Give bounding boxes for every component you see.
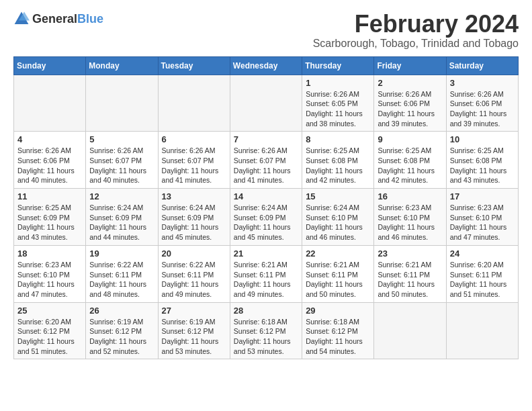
calendar-cell: 18Sunrise: 6:23 AM Sunset: 6:10 PM Dayli… xyxy=(14,245,86,302)
calendar-cell: 10Sunrise: 6:25 AM Sunset: 6:08 PM Dayli… xyxy=(446,132,518,189)
calendar-cell xyxy=(230,75,302,132)
header-sunday: Sunday xyxy=(14,56,86,75)
calendar-cell xyxy=(14,75,86,132)
header-saturday: Saturday xyxy=(446,56,518,75)
calendar-cell: 1Sunrise: 6:26 AM Sunset: 6:05 PM Daylig… xyxy=(302,75,374,132)
calendar-body: 1Sunrise: 6:26 AM Sunset: 6:05 PM Daylig… xyxy=(14,75,519,359)
calendar-cell: 11Sunrise: 6:25 AM Sunset: 6:09 PM Dayli… xyxy=(14,189,86,246)
day-info: Sunrise: 6:26 AM Sunset: 6:07 PM Dayligh… xyxy=(234,146,298,185)
day-info: Sunrise: 6:18 AM Sunset: 6:12 PM Dayligh… xyxy=(234,317,298,357)
day-number: 1 xyxy=(306,78,370,88)
logo-text-general: General xyxy=(32,12,77,26)
calendar-cell: 23Sunrise: 6:21 AM Sunset: 6:11 PM Dayli… xyxy=(374,245,446,302)
day-number: 28 xyxy=(234,306,298,316)
calendar-cell: 14Sunrise: 6:24 AM Sunset: 6:09 PM Dayli… xyxy=(230,189,302,246)
logo-icon xyxy=(13,11,30,27)
day-number: 12 xyxy=(89,191,154,201)
day-number: 7 xyxy=(234,134,298,144)
day-info: Sunrise: 6:21 AM Sunset: 6:11 PM Dayligh… xyxy=(378,260,442,300)
day-number: 26 xyxy=(89,306,154,316)
day-number: 2 xyxy=(378,78,442,88)
calendar-cell: 15Sunrise: 6:24 AM Sunset: 6:10 PM Dayli… xyxy=(302,189,374,246)
calendar-cell: 7Sunrise: 6:26 AM Sunset: 6:07 PM Daylig… xyxy=(230,132,302,189)
day-info: Sunrise: 6:25 AM Sunset: 6:08 PM Dayligh… xyxy=(378,146,442,185)
main-title: February 2024 xyxy=(313,11,519,38)
day-info: Sunrise: 6:26 AM Sunset: 6:07 PM Dayligh… xyxy=(162,146,226,185)
day-number: 6 xyxy=(162,134,226,144)
day-number: 14 xyxy=(234,191,298,201)
day-number: 11 xyxy=(17,191,82,201)
calendar-cell: 2Sunrise: 6:26 AM Sunset: 6:06 PM Daylig… xyxy=(374,75,446,132)
day-info: Sunrise: 6:24 AM Sunset: 6:09 PM Dayligh… xyxy=(162,203,226,242)
calendar-cell: 24Sunrise: 6:20 AM Sunset: 6:11 PM Dayli… xyxy=(446,245,518,302)
calendar-cell: 16Sunrise: 6:23 AM Sunset: 6:10 PM Dayli… xyxy=(374,189,446,246)
header-friday: Friday xyxy=(374,56,446,75)
logo: GeneralBlue xyxy=(13,11,103,27)
header-monday: Monday xyxy=(86,56,158,75)
day-info: Sunrise: 6:22 AM Sunset: 6:11 PM Dayligh… xyxy=(89,260,154,300)
calendar-cell: 4Sunrise: 6:26 AM Sunset: 6:06 PM Daylig… xyxy=(14,132,86,189)
day-number: 4 xyxy=(17,134,82,144)
day-number: 13 xyxy=(162,191,226,201)
day-info: Sunrise: 6:19 AM Sunset: 6:12 PM Dayligh… xyxy=(89,317,154,357)
day-number: 24 xyxy=(450,248,515,259)
calendar-cell: 19Sunrise: 6:22 AM Sunset: 6:11 PM Dayli… xyxy=(86,245,158,302)
calendar-cell xyxy=(86,75,158,132)
day-number: 25 xyxy=(17,306,82,316)
day-number: 17 xyxy=(450,191,515,201)
calendar-cell: 22Sunrise: 6:21 AM Sunset: 6:11 PM Dayli… xyxy=(302,245,374,302)
day-info: Sunrise: 6:26 AM Sunset: 6:06 PM Dayligh… xyxy=(378,89,442,129)
calendar-table: Sunday Monday Tuesday Wednesday Thursday… xyxy=(13,56,519,360)
day-number: 10 xyxy=(450,134,515,144)
day-info: Sunrise: 6:23 AM Sunset: 6:10 PM Dayligh… xyxy=(378,203,442,242)
calendar-cell xyxy=(158,75,230,132)
day-info: Sunrise: 6:22 AM Sunset: 6:11 PM Dayligh… xyxy=(162,260,226,300)
day-info: Sunrise: 6:24 AM Sunset: 6:09 PM Dayligh… xyxy=(89,203,154,242)
calendar-cell: 25Sunrise: 6:20 AM Sunset: 6:12 PM Dayli… xyxy=(14,302,86,359)
day-number: 22 xyxy=(306,248,370,259)
calendar-cell xyxy=(446,302,518,359)
calendar-cell: 12Sunrise: 6:24 AM Sunset: 6:09 PM Dayli… xyxy=(86,189,158,246)
logo-text-blue: Blue xyxy=(77,12,103,26)
day-info: Sunrise: 6:24 AM Sunset: 6:09 PM Dayligh… xyxy=(234,203,298,242)
day-number: 18 xyxy=(17,248,82,259)
title-section: February 2024 Scarborough, Tobago, Trini… xyxy=(313,11,519,50)
calendar-cell: 17Sunrise: 6:23 AM Sunset: 6:10 PM Dayli… xyxy=(446,189,518,246)
header-wednesday: Wednesday xyxy=(230,56,302,75)
header: GeneralBlue February 2024 Scarborough, T… xyxy=(13,11,519,50)
day-info: Sunrise: 6:20 AM Sunset: 6:12 PM Dayligh… xyxy=(17,317,82,357)
day-number: 5 xyxy=(89,134,154,144)
calendar-cell: 26Sunrise: 6:19 AM Sunset: 6:12 PM Dayli… xyxy=(86,302,158,359)
calendar-cell: 3Sunrise: 6:26 AM Sunset: 6:06 PM Daylig… xyxy=(446,75,518,132)
day-info: Sunrise: 6:25 AM Sunset: 6:09 PM Dayligh… xyxy=(17,203,82,242)
day-info: Sunrise: 6:26 AM Sunset: 6:06 PM Dayligh… xyxy=(450,89,515,129)
day-info: Sunrise: 6:24 AM Sunset: 6:10 PM Dayligh… xyxy=(306,203,370,242)
calendar-cell xyxy=(374,302,446,359)
calendar-week-4: 18Sunrise: 6:23 AM Sunset: 6:10 PM Dayli… xyxy=(14,245,519,302)
subtitle: Scarborough, Tobago, Trinidad and Tobago xyxy=(313,38,519,50)
header-row: Sunday Monday Tuesday Wednesday Thursday… xyxy=(14,56,519,75)
day-number: 19 xyxy=(89,248,154,259)
day-info: Sunrise: 6:19 AM Sunset: 6:12 PM Dayligh… xyxy=(162,317,226,357)
header-tuesday: Tuesday xyxy=(158,56,230,75)
calendar-week-2: 4Sunrise: 6:26 AM Sunset: 6:06 PM Daylig… xyxy=(14,132,519,189)
calendar-cell: 29Sunrise: 6:18 AM Sunset: 6:12 PM Dayli… xyxy=(302,302,374,359)
day-number: 20 xyxy=(162,248,226,259)
day-info: Sunrise: 6:20 AM Sunset: 6:11 PM Dayligh… xyxy=(450,260,515,300)
page-container: GeneralBlue February 2024 Scarborough, T… xyxy=(13,11,519,359)
calendar-cell: 28Sunrise: 6:18 AM Sunset: 6:12 PM Dayli… xyxy=(230,302,302,359)
day-info: Sunrise: 6:26 AM Sunset: 6:05 PM Dayligh… xyxy=(306,89,370,129)
day-info: Sunrise: 6:25 AM Sunset: 6:08 PM Dayligh… xyxy=(306,146,370,185)
day-info: Sunrise: 6:18 AM Sunset: 6:12 PM Dayligh… xyxy=(306,317,370,357)
day-number: 3 xyxy=(450,78,515,88)
day-info: Sunrise: 6:23 AM Sunset: 6:10 PM Dayligh… xyxy=(17,260,82,300)
day-info: Sunrise: 6:26 AM Sunset: 6:07 PM Dayligh… xyxy=(89,146,154,185)
calendar-header: Sunday Monday Tuesday Wednesday Thursday… xyxy=(14,56,519,75)
calendar-cell: 8Sunrise: 6:25 AM Sunset: 6:08 PM Daylig… xyxy=(302,132,374,189)
day-number: 8 xyxy=(306,134,370,144)
calendar-cell: 13Sunrise: 6:24 AM Sunset: 6:09 PM Dayli… xyxy=(158,189,230,246)
day-info: Sunrise: 6:21 AM Sunset: 6:11 PM Dayligh… xyxy=(234,260,298,300)
calendar-week-3: 11Sunrise: 6:25 AM Sunset: 6:09 PM Dayli… xyxy=(14,189,519,246)
calendar-cell: 21Sunrise: 6:21 AM Sunset: 6:11 PM Dayli… xyxy=(230,245,302,302)
day-info: Sunrise: 6:21 AM Sunset: 6:11 PM Dayligh… xyxy=(306,260,370,300)
